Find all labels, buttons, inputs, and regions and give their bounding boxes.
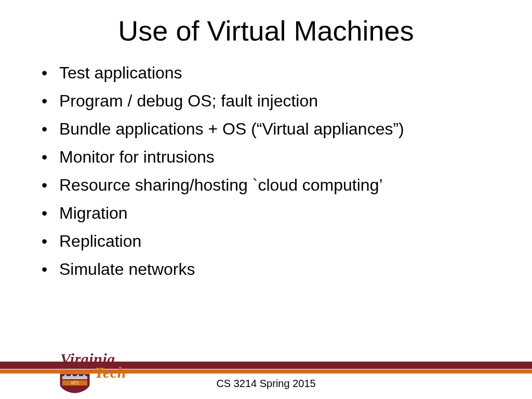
list-item: Test applications — [36, 62, 496, 83]
slide-body: Test applications Program / debug OS; fa… — [0, 47, 532, 280]
list-item: Migration — [36, 203, 496, 223]
svg-rect-2 — [64, 375, 66, 377]
svg-rect-3 — [71, 375, 73, 377]
svg-rect-4 — [77, 375, 79, 377]
list-item: Resource sharing/hosting `cloud computin… — [36, 175, 496, 195]
slide-title: Use of Virtual Machines — [0, 0, 532, 47]
list-item: Replication — [36, 231, 496, 251]
list-item: Program / debug OS; fault injection — [36, 90, 496, 111]
list-item: Bundle applications + OS (“Virtual appli… — [36, 118, 496, 139]
footer-text: CS 3214 Spring 2015 — [0, 378, 532, 390]
svg-rect-5 — [83, 375, 85, 377]
bullet-list: Test applications Program / debug OS; fa… — [36, 62, 496, 280]
list-item: Simulate networks — [36, 259, 496, 280]
slide: Use of Virtual Machines Test application… — [0, 0, 532, 399]
list-item: Monitor for intrusions — [36, 147, 496, 167]
